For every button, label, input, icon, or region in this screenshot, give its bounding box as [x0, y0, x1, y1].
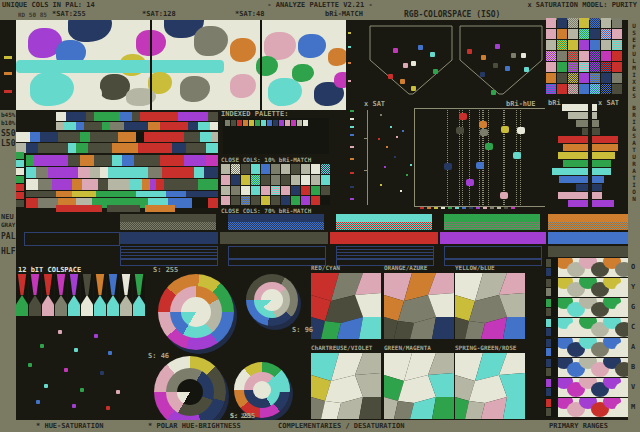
shard-wedge	[107, 295, 119, 316]
legend-dash	[350, 186, 354, 188]
mix-cell	[612, 62, 622, 72]
sat48-label[interactable]: *SAT:48	[235, 10, 265, 18]
comp-patch	[499, 293, 525, 317]
comp-patch	[455, 397, 469, 419]
palette-chip	[297, 120, 302, 126]
bar-segment	[184, 155, 206, 166]
mix-cell	[557, 18, 567, 28]
palette-dot	[493, 63, 498, 68]
comp-patch	[404, 353, 436, 381]
bar-segment	[108, 179, 130, 190]
vt-char: U	[632, 153, 636, 160]
close-cols-10-label: CLOSE COLS: 10% bRi-MATCH	[221, 156, 311, 163]
footer-hue-saturation[interactable]: * HUE-SATURATION	[36, 422, 103, 430]
lollipop-dot	[456, 127, 464, 134]
palette-chip	[303, 120, 308, 126]
hue-blob	[268, 78, 302, 106]
sat128-label[interactable]: *SAT:128	[142, 10, 176, 18]
close-col-swatch	[231, 186, 240, 195]
range-blob	[615, 282, 628, 297]
legend-dash	[350, 134, 354, 136]
vt-char: S	[632, 92, 636, 99]
range-field	[558, 258, 628, 277]
polar-ring-inner	[261, 289, 283, 311]
shard-top	[81, 274, 93, 295]
comp-patch	[499, 353, 525, 375]
shard-bottom	[81, 295, 93, 316]
close-col-swatch	[291, 175, 300, 185]
colspace-title: 12 bIT COLSPACE	[18, 266, 81, 274]
footer-polar-hue-brightness[interactable]: * POLAR HUE-BRIGHTNESS	[148, 422, 241, 430]
palette-chip	[237, 120, 242, 126]
tornado-left-bar	[568, 112, 588, 119]
bar-segment	[86, 112, 94, 121]
close-col-swatch	[261, 186, 270, 195]
close-col-swatch	[241, 175, 250, 185]
shard-top	[29, 274, 41, 295]
prestrip-segment	[56, 205, 102, 212]
bar-segment	[94, 155, 112, 166]
comp-patch	[432, 317, 454, 339]
bar-segment	[76, 122, 84, 130]
close-col-swatch	[301, 175, 310, 185]
close-col-swatch	[271, 164, 280, 174]
mini-dot	[378, 138, 380, 140]
comp-patch	[394, 401, 414, 419]
mix-cell	[590, 40, 600, 50]
range-chip	[546, 368, 551, 376]
edge-tick	[348, 32, 351, 34]
range-letter: G	[631, 303, 635, 311]
comp-patch	[410, 317, 436, 339]
shard-top	[120, 274, 132, 295]
bar-segment	[194, 167, 204, 178]
vt-char: F	[632, 43, 636, 50]
neu-segment	[228, 214, 324, 222]
saturation-model-toggle[interactable]: x SATURATION MODEL: PURITY	[527, 1, 637, 9]
palette-dot	[433, 69, 438, 74]
shard-top	[16, 274, 28, 295]
close-col-swatch	[261, 175, 270, 185]
mix-cell	[579, 51, 589, 61]
close-col-swatch	[261, 164, 270, 174]
hue-blob	[68, 20, 112, 42]
mini-dot	[390, 126, 392, 128]
close-col-swatch	[221, 186, 230, 195]
scatter-dot	[72, 404, 76, 408]
bar-segment	[26, 179, 38, 190]
range-chip	[546, 328, 551, 336]
lollipop-dot	[485, 143, 493, 150]
bar-segment	[160, 155, 184, 166]
comp-patch	[455, 295, 475, 321]
legend-dash	[350, 172, 354, 174]
shard-wedge	[42, 295, 54, 316]
legend-dash	[350, 118, 354, 120]
tornado-left-bar	[563, 160, 588, 167]
range-blob	[615, 382, 628, 397]
mix-cell	[568, 29, 578, 39]
shard-top	[94, 274, 106, 295]
mini-dot	[400, 190, 402, 192]
shard-wedge	[120, 295, 132, 316]
comp-patch	[455, 353, 483, 381]
comp-patch	[355, 353, 381, 375]
shard-top	[55, 274, 67, 295]
mix-cell	[590, 51, 600, 61]
shard-wedge	[42, 274, 54, 295]
mix-cell	[557, 73, 567, 83]
rail-mark	[4, 90, 12, 93]
scatter-dot	[100, 371, 104, 375]
tornado-left-bar	[558, 192, 588, 199]
tornado-right-bar	[592, 192, 602, 199]
tornado-right-bar	[592, 144, 618, 151]
comp-patch	[481, 397, 507, 419]
mix-cell	[557, 40, 567, 50]
sat255-label[interactable]: *SAT:255	[52, 10, 86, 18]
lollipop-sat-axis[interactable]: x SAT	[364, 100, 385, 108]
comp-patch	[410, 397, 436, 419]
comp-patch	[432, 397, 454, 419]
comp-patch	[428, 293, 454, 317]
comp-patch	[475, 353, 507, 381]
bri-saturation-vertical-title: BRI & SATURATION	[629, 104, 639, 216]
bar-segment	[102, 122, 110, 130]
range-chip	[546, 359, 551, 367]
